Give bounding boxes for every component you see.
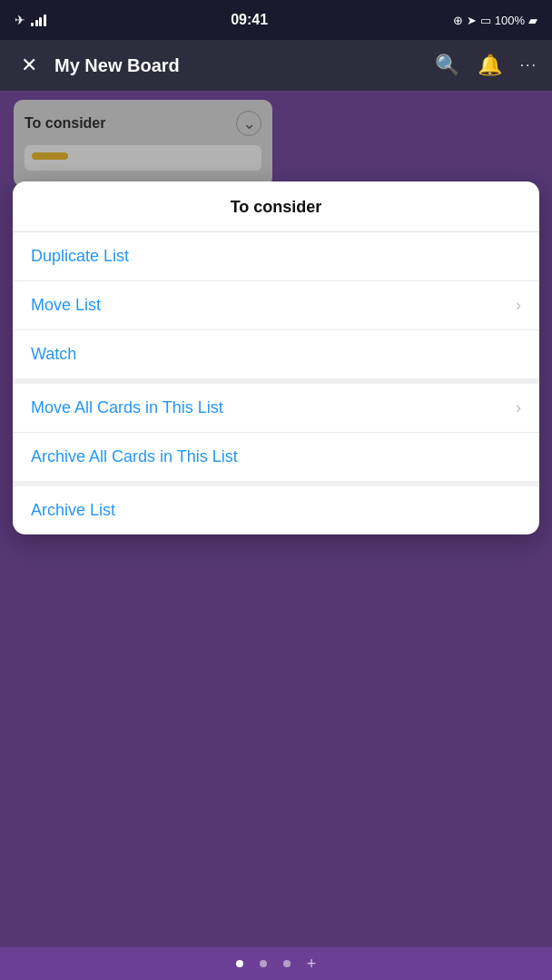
status-bar: ✈ 09:41 ⊕ ➤ ▭ 100% ▰ xyxy=(0,0,552,40)
cast-icon: ▭ xyxy=(480,14,491,27)
duplicate-list-button[interactable]: Duplicate List xyxy=(13,232,539,281)
signal-icon xyxy=(31,14,46,26)
duplicate-list-label: Duplicate List xyxy=(31,247,129,266)
more-button[interactable]: ··· xyxy=(520,57,537,74)
search-button[interactable]: 🔍 xyxy=(435,54,459,77)
watch-label: Watch xyxy=(31,345,76,364)
move-all-cards-label: Move All Cards in This List xyxy=(31,398,223,417)
move-list-arrow-icon: › xyxy=(516,296,521,315)
modal-group-2: Move All Cards in This List › Archive Al… xyxy=(13,384,539,486)
status-right: ⊕ ➤ ▭ 100% ▰ xyxy=(453,14,537,27)
move-all-cards-arrow-icon: › xyxy=(516,398,521,417)
add-tab-button[interactable]: + xyxy=(307,956,317,972)
modal-title-row: To consider xyxy=(13,181,539,232)
status-left: ✈ xyxy=(15,13,46,27)
battery-label: 100% xyxy=(495,14,525,27)
watch-button[interactable]: Watch xyxy=(13,330,539,378)
modal-group-1: Duplicate List Move List › Watch xyxy=(13,232,539,384)
airplane-icon: ✈ xyxy=(15,13,25,27)
header-icons: 🔍 🔔 ··· xyxy=(435,54,537,77)
modal-title: To consider xyxy=(231,198,322,216)
app-header: ✕ My New Board 🔍 🔔 ··· xyxy=(0,40,552,91)
move-list-label: Move List xyxy=(31,296,101,315)
tab-dot-1[interactable] xyxy=(236,960,243,967)
battery-icon: ▰ xyxy=(528,14,537,27)
archive-all-cards-label: Archive All Cards in This List xyxy=(31,447,238,466)
status-time: 09:41 xyxy=(231,12,268,28)
board-title: My New Board xyxy=(54,55,424,76)
archive-list-label: Archive List xyxy=(31,501,115,520)
location-icon: ⊕ xyxy=(453,14,463,27)
close-button[interactable]: ✕ xyxy=(15,54,44,77)
move-all-cards-button[interactable]: Move All Cards in This List › xyxy=(13,384,539,433)
tab-dot-2[interactable] xyxy=(260,960,267,967)
move-list-button[interactable]: Move List › xyxy=(13,281,539,330)
archive-all-cards-button[interactable]: Archive All Cards in This List xyxy=(13,433,539,481)
list-options-modal: To consider Duplicate List Move List › W… xyxy=(13,181,539,534)
bottom-tab-bar: + xyxy=(0,947,552,980)
notification-button[interactable]: 🔔 xyxy=(478,54,502,77)
modal-group-3: Archive List xyxy=(13,486,539,534)
tab-dot-3[interactable] xyxy=(283,960,291,967)
archive-list-button[interactable]: Archive List xyxy=(13,486,539,534)
board-background: To consider ⌄ To consider Duplicate List… xyxy=(0,91,552,947)
nav-icon: ➤ xyxy=(467,14,477,27)
